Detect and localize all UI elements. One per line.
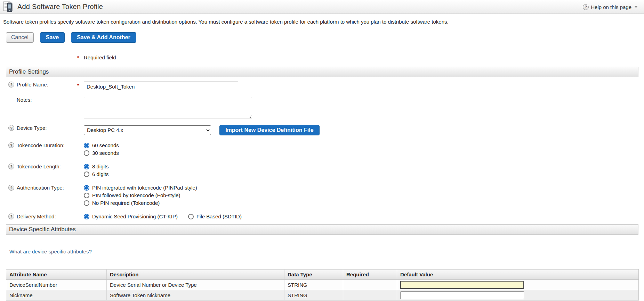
notes-label: Notes: — [17, 97, 32, 103]
table-row: Nickname Software Token Nickname STRING — [6, 290, 639, 301]
radio-60-seconds[interactable]: 60 seconds — [84, 142, 644, 148]
radio-selected-icon — [84, 214, 89, 219]
table-row: DeviceSerialNumber Device Serial Number … — [6, 280, 639, 290]
column-header-attribute-name: Attribute Name — [6, 269, 107, 280]
profile-name-label: Profile Name: — [17, 82, 48, 87]
device-type-select[interactable]: Desktop PC 4.x — [84, 125, 211, 135]
radio-6-digits[interactable]: 6 digits — [84, 171, 644, 177]
field-help-icon[interactable]: ? — [8, 142, 14, 148]
required-field-note: * Required field — [0, 55, 644, 60]
delivery-method-row: ? Delivery Method: Dynamic Seed Provisio… — [0, 214, 644, 219]
radio-file-based[interactable]: File Based (SDTID) — [188, 214, 242, 219]
tokencode-length-label: Tokencode Length: — [17, 164, 61, 169]
attribute-name-cell: DeviceSerialNumber — [6, 280, 107, 290]
attribute-name-cell: Nickname — [6, 290, 107, 301]
tokencode-duration-row: ? Tokencode Duration: 60 seconds 30 seco… — [0, 142, 644, 156]
notes-row: Notes: — [0, 97, 644, 119]
field-help-icon[interactable]: ? — [8, 214, 14, 219]
column-header-data-type: Data Type — [284, 269, 343, 280]
profile-name-input[interactable] — [84, 82, 238, 91]
column-header-description: Description — [107, 269, 284, 280]
cancel-button[interactable]: Cancel — [6, 32, 34, 43]
save-add-another-button[interactable]: Save & Add Another — [71, 32, 136, 43]
required-asterisk: * — [77, 82, 79, 88]
radio-selected-icon — [84, 143, 89, 148]
radio-30-seconds[interactable]: 30 seconds — [84, 150, 644, 156]
notes-textarea[interactable] — [84, 97, 252, 118]
section-header-profile-settings: Profile Settings — [6, 67, 638, 77]
software-token-profile-icon — [3, 1, 14, 12]
device-type-label: Device Type: — [17, 125, 47, 131]
field-help-icon[interactable]: ? — [8, 164, 14, 169]
table-header-row: Attribute Name Description Data Type Req… — [6, 269, 639, 280]
attribute-description-cell: Software Token Nickname — [107, 290, 284, 301]
required-asterisk: * — [77, 55, 84, 60]
radio-pin-followed[interactable]: PIN followed by tokencode (Fob-style) — [84, 192, 644, 198]
delivery-method-label: Delivery Method: — [17, 214, 56, 219]
radio-unselected-icon — [84, 193, 89, 198]
help-link-label: Help on this page — [591, 4, 631, 10]
radio-8-digits[interactable]: 8 digits — [84, 164, 644, 169]
radio-unselected-icon — [84, 172, 89, 177]
save-button[interactable]: Save — [40, 32, 65, 43]
import-device-definition-button[interactable]: Import New Device Definition File — [219, 125, 319, 135]
chevron-down-icon — [634, 6, 638, 8]
tokencode-length-row: ? Tokencode Length: 8 digits 6 digits — [0, 164, 644, 177]
help-on-this-page-menu[interactable]: ? Help on this page — [583, 0, 638, 14]
default-value-input-nickname[interactable] — [400, 291, 524, 299]
radio-no-pin[interactable]: No PIN required (Tokencode) — [84, 200, 644, 206]
attribute-description-cell: Device Serial Number or Device Type — [107, 280, 284, 290]
radio-pin-integrated[interactable]: PIN integrated with tokencode (PINPad-st… — [84, 185, 644, 191]
radio-unselected-icon — [188, 214, 194, 219]
field-help-icon[interactable]: ? — [8, 185, 14, 191]
help-icon: ? — [583, 4, 589, 10]
authentication-type-row: ? Authentication Type: PIN integrated wi… — [0, 185, 644, 206]
radio-selected-icon — [84, 185, 89, 191]
field-help-icon[interactable]: ? — [8, 125, 14, 131]
radio-dynamic-seed-provisioning[interactable]: Dynamic Seed Provisioning (CT-KIP) — [84, 214, 178, 219]
radio-unselected-icon — [84, 200, 89, 206]
field-help-icon[interactable]: ? — [8, 82, 14, 87]
attribute-data-type-cell: STRING — [284, 290, 343, 301]
section-header-device-specific-attributes: Device Specific Attributes — [6, 224, 638, 235]
column-header-required: Required — [343, 269, 397, 280]
profile-name-row: ? Profile Name: * — [0, 82, 644, 91]
top-button-row: Cancel Save Save & Add Another — [6, 32, 644, 43]
device-specific-attributes-link[interactable]: What are device specific attributes? — [9, 249, 92, 254]
page-title: Add Software Token Profile — [17, 3, 103, 11]
device-type-row: ? Device Type: Desktop PC 4.x Import New… — [0, 125, 644, 135]
tokencode-duration-label: Tokencode Duration: — [17, 142, 65, 148]
authentication-type-label: Authentication Type: — [17, 185, 64, 191]
attribute-required-cell — [343, 280, 397, 290]
title-bar: Add Software Token Profile ? Help on thi… — [0, 0, 644, 14]
attribute-required-cell — [343, 290, 397, 301]
column-header-default-value: Default Value — [397, 269, 639, 280]
page-description: Software token profiles specify software… — [3, 19, 644, 25]
attribute-data-type-cell: STRING — [284, 280, 343, 290]
default-value-input-deviceserialnumber[interactable] — [400, 281, 524, 289]
radio-unselected-icon — [84, 150, 89, 156]
radio-selected-icon — [84, 164, 89, 169]
attributes-table: Attribute Name Description Data Type Req… — [6, 269, 639, 301]
